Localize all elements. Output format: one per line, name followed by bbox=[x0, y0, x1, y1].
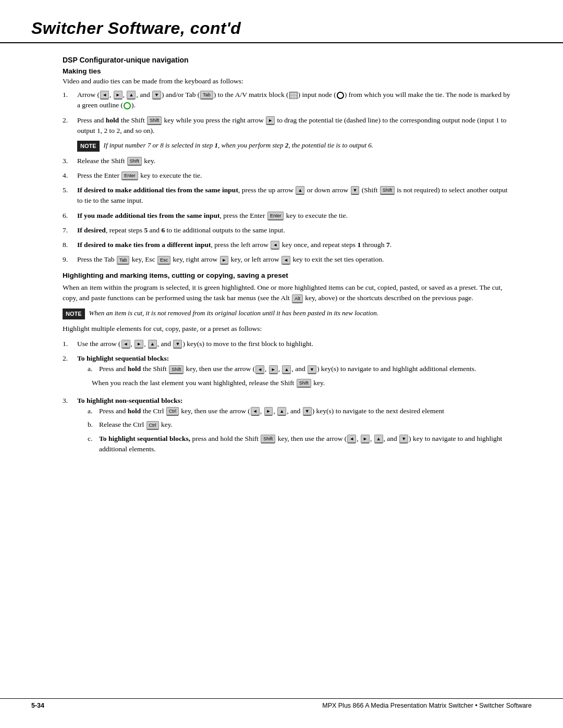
step-2-num: 2. bbox=[63, 115, 77, 126]
page-header: Switcher Software, cont'd bbox=[0, 0, 563, 43]
page-title: Switcher Software, cont'd bbox=[31, 19, 532, 38]
h-step-2a: a. Press and hold the Shift Shift key, t… bbox=[88, 364, 511, 374]
h-step-3: 3. To highlight non-sequential blocks: a… bbox=[63, 396, 511, 458]
down-h3a: ▼ bbox=[303, 407, 312, 416]
h-step-2-num: 2. bbox=[63, 353, 77, 364]
step-9: 9. Press the Tab Tab key, Esc Esc key, r… bbox=[63, 254, 511, 265]
node-circle-icon bbox=[337, 92, 344, 99]
left-arrow-h1: ◄ bbox=[121, 340, 130, 349]
note-1-text: If input number 7 or 8 is selected in st… bbox=[104, 140, 373, 151]
up-h2a: ▲ bbox=[282, 365, 291, 374]
left-arrow-icon3: ◄ bbox=[282, 256, 290, 265]
page: Switcher Software, cont'd DSP Configurat… bbox=[0, 0, 563, 728]
highlight-steps-container: 1. Use the arrow (◄, ►, ▲, and ▼) key(s)… bbox=[63, 339, 511, 458]
step-1-content: Arrow (◄, ►, ▲, and ▼) and/or Tab (Tab) … bbox=[77, 90, 511, 111]
step-8: 8. If desired to make ties from a differ… bbox=[63, 240, 511, 250]
step-4-num: 4. bbox=[63, 170, 77, 181]
shift-key-icon: Shift bbox=[147, 116, 162, 125]
step-7-num: 7. bbox=[63, 225, 77, 236]
h-step-3c-content: To highlight sequential blocks, press an… bbox=[99, 434, 511, 455]
h-step-3-alpha-list: a. Press and hold the Ctrl Ctrl key, the… bbox=[77, 406, 511, 454]
note-2-text: When an item is cut, it is not removed f… bbox=[89, 308, 378, 318]
note-1: NOTE If input number 7 or 8 is selected … bbox=[63, 140, 511, 152]
shift-key-h3c: Shift bbox=[261, 435, 275, 443]
step-2-content: Press and hold the Shift Shift key while… bbox=[77, 115, 511, 137]
right-arrow-icon2: ► bbox=[266, 116, 275, 125]
down-h2a: ▼ bbox=[308, 365, 316, 374]
up-arrow-icon: ▲ bbox=[127, 91, 136, 100]
step-6-content: If you made additional ties from the sam… bbox=[77, 211, 511, 221]
up-arrow-icon2: ▲ bbox=[296, 186, 304, 195]
step-6-num: 6. bbox=[63, 211, 77, 221]
step-3-num: 3. bbox=[63, 156, 77, 166]
h-step-3a-content: Press and hold the Ctrl Ctrl key, then u… bbox=[99, 406, 444, 416]
h-step-3c: c. To highlight sequential blocks, press… bbox=[88, 434, 511, 455]
note-2: NOTE When an item is cut, it is not remo… bbox=[63, 308, 511, 319]
page-content: DSP Configurator-unique navigation Makin… bbox=[0, 43, 563, 474]
step-8-num: 8. bbox=[63, 240, 77, 250]
alt-key-icon: Alt bbox=[292, 294, 303, 303]
intro-text: Video and audio ties can be made from th… bbox=[63, 77, 511, 85]
step-7-content: If desired, repeat steps 5 and 6 to tie … bbox=[77, 225, 511, 236]
h-step-2-alpha-list: a. Press and hold the Shift Shift key, t… bbox=[77, 364, 511, 374]
step-9-content: Press the Tab Tab key, Esc Esc key, righ… bbox=[77, 254, 511, 265]
down-arrow-icon: ▼ bbox=[152, 91, 161, 100]
h-step-3a-letter: a. bbox=[88, 406, 99, 416]
step-5: 5. If desired to make additional ties fr… bbox=[63, 185, 511, 206]
step-3: 3. Release the Shift Shift key. bbox=[63, 156, 511, 166]
shift-key-icon3: Shift bbox=[380, 186, 395, 195]
h-step-1: 1. Use the arrow (◄, ►, ▲, and ▼) key(s)… bbox=[63, 339, 511, 349]
footer-page-number: 5-34 bbox=[31, 702, 44, 709]
h-step-3a: a. Press and hold the Ctrl Ctrl key, the… bbox=[88, 406, 511, 416]
step-5-num: 5. bbox=[63, 185, 77, 195]
h-step-2-content: To highlight sequential blocks: a. Press… bbox=[77, 353, 511, 391]
enter-key-icon2: Enter bbox=[267, 212, 284, 220]
down-h3c: ▼ bbox=[399, 435, 408, 443]
step-2: 2. Press and hold the Shift Shift key wh… bbox=[63, 115, 511, 137]
h-step-3c-letter: c. bbox=[88, 434, 99, 444]
footer-document-title: MPX Plus 866 A Media Presentation Matrix… bbox=[322, 702, 532, 709]
left-h2a: ◄ bbox=[255, 365, 264, 374]
shift-key-h2b: Shift bbox=[297, 379, 311, 388]
down-arrow-icon2: ▼ bbox=[351, 186, 360, 195]
up-h3a: ▲ bbox=[277, 407, 286, 416]
right-arrow-icon: ► bbox=[114, 91, 123, 100]
left-arrow-icon2: ◄ bbox=[271, 241, 279, 250]
highlight-steps-list: 1. Use the arrow (◄, ►, ▲, and ▼) key(s)… bbox=[63, 339, 511, 458]
step-7: 7. If desired, repeat steps 5 and 6 to t… bbox=[63, 225, 511, 236]
h-step-2-indented: When you reach the last element you want… bbox=[92, 378, 511, 388]
h-step-1-num: 1. bbox=[63, 339, 77, 349]
step-1: 1. Arrow (◄, ►, ▲, and ▼) and/or Tab (Ta… bbox=[63, 90, 511, 111]
left-h3c: ◄ bbox=[347, 435, 356, 443]
highlight-section-heading: Highlighting and marking items, cutting … bbox=[63, 272, 511, 279]
h-step-2: 2. To highlight sequential blocks: a. Pr… bbox=[63, 353, 511, 391]
making-ties-heading: Making ties bbox=[63, 67, 511, 75]
right-h3c: ► bbox=[361, 435, 370, 443]
h-step-2a-letter: a. bbox=[88, 364, 99, 374]
esc-key-icon: Esc bbox=[157, 256, 170, 265]
shift-key-h2a: Shift bbox=[169, 365, 183, 374]
step-4-content: Press the Enter Enter key to execute the… bbox=[77, 170, 511, 181]
step-3-content: Release the Shift Shift key. bbox=[77, 156, 511, 166]
h-step-3b-letter: b. bbox=[88, 419, 99, 430]
highlight-body-1: When an item within the program is selec… bbox=[63, 282, 511, 304]
matrix-icon bbox=[289, 92, 298, 99]
right-h3a: ► bbox=[264, 407, 273, 416]
shift-key-icon2: Shift bbox=[127, 157, 142, 166]
ctrl-key-h3a: Ctrl bbox=[166, 407, 179, 416]
note-2-label: NOTE bbox=[63, 309, 85, 319]
step-8-content: If desired to make ties from a different… bbox=[77, 240, 511, 250]
h-step-3-content: To highlight non-sequential blocks: a. P… bbox=[77, 396, 511, 458]
steps-list: 1. Arrow (◄, ►, ▲, and ▼) and/or Tab (Ta… bbox=[63, 90, 511, 265]
step-5-content: If desired to make additional ties from … bbox=[77, 185, 511, 206]
down-arrow-h1: ▼ bbox=[173, 340, 182, 349]
note-1-label: NOTE bbox=[77, 141, 100, 152]
page-footer: 5-34 MPX Plus 866 A Media Presentation M… bbox=[0, 698, 563, 712]
left-h3a: ◄ bbox=[251, 407, 260, 416]
ctrl-key-h3b: Ctrl bbox=[146, 421, 159, 430]
tab-key-icon: Tab bbox=[200, 91, 213, 100]
tab-key-icon2: Tab bbox=[117, 256, 130, 265]
left-arrow-icon: ◄ bbox=[100, 91, 109, 100]
up-arrow-h1: ▲ bbox=[148, 340, 157, 349]
right-arrow-h1: ► bbox=[134, 340, 143, 349]
